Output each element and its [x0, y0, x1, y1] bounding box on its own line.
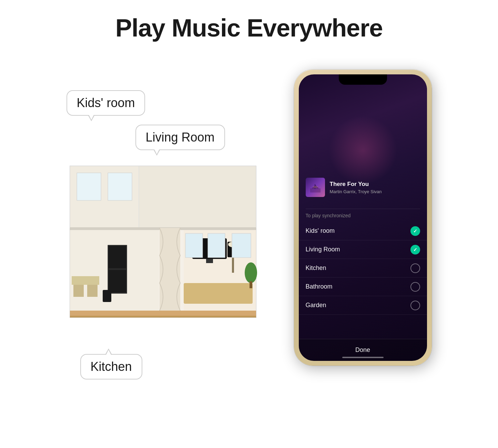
check-icon-kids: ✓	[413, 229, 417, 233]
room-item-living[interactable]: Living Room ✓	[299, 240, 427, 259]
room-name-kitchen: Kitchen	[306, 264, 326, 272]
room-name-bathroom: Bathroom	[306, 283, 333, 290]
sync-label: To play synchronized	[306, 213, 351, 218]
svg-rect-27	[232, 233, 251, 258]
check-icon-living: ✓	[413, 247, 417, 252]
phone-screen: There For You Martin Garrix, Troye Sivan…	[299, 74, 427, 361]
svg-rect-22	[250, 281, 252, 288]
done-button[interactable]: Done	[355, 346, 370, 354]
svg-point-32	[313, 186, 318, 188]
room-item-kids[interactable]: Kids' room ✓	[299, 222, 427, 240]
left-section: Kids' room Living Room	[60, 63, 273, 400]
house-illustration	[60, 138, 266, 331]
room-check-living[interactable]: ✓	[410, 245, 420, 254]
svg-rect-9	[109, 246, 126, 268]
room-check-kitchen[interactable]	[410, 263, 420, 273]
room-item-kitchen[interactable]: Kitchen	[299, 259, 427, 278]
svg-rect-13	[72, 276, 99, 285]
page-title: Play Music Everywhere	[0, 0, 498, 42]
kids-room-label: Kids' room	[77, 96, 135, 110]
svg-point-21	[245, 262, 257, 283]
phone-frame: There For You Martin Garrix, Troye Sivan…	[294, 70, 432, 366]
room-check-garden[interactable]	[410, 301, 420, 310]
room-item-bathroom[interactable]: Bathroom	[299, 278, 427, 296]
svg-rect-17	[206, 259, 213, 263]
room-check-bathroom[interactable]	[410, 282, 420, 292]
svg-rect-3	[108, 173, 132, 200]
song-artist: Martin Garrix, Troye Sivan	[330, 189, 420, 194]
svg-rect-12	[87, 283, 98, 297]
svg-rect-25	[185, 233, 203, 258]
album-art	[306, 178, 325, 197]
room-check-kids[interactable]: ✓	[410, 226, 420, 236]
now-playing-section: There For You Martin Garrix, Troye Sivan	[306, 178, 420, 197]
room-name-kids: Kids' room	[306, 227, 335, 235]
song-info: There For You Martin Garrix, Troye Sivan	[330, 180, 420, 194]
svg-rect-14	[103, 290, 111, 302]
kitchen-bubble: Kitchen	[80, 354, 142, 379]
svg-rect-29	[70, 316, 256, 317]
phone-notch	[339, 74, 387, 85]
divider-1	[306, 209, 420, 209]
svg-rect-2	[77, 173, 101, 200]
phone-section: There For You Martin Garrix, Troye Sivan…	[294, 70, 439, 379]
room-name-living: Living Room	[306, 246, 340, 253]
svg-rect-20	[184, 283, 253, 304]
room-name-garden: Garden	[306, 302, 326, 309]
svg-rect-10	[109, 270, 126, 292]
content-area: Kids' room Living Room	[0, 63, 498, 400]
kids-room-bubble: Kids' room	[67, 90, 145, 116]
room-list: Kids' room ✓ Living Room ✓ K	[299, 222, 427, 315]
svg-rect-4	[139, 166, 256, 228]
kitchen-label: Kitchen	[91, 360, 132, 374]
bg-glow	[328, 116, 397, 185]
svg-rect-11	[73, 283, 84, 297]
room-item-garden[interactable]: Garden	[299, 296, 427, 315]
song-title: There For You	[330, 180, 420, 188]
home-indicator	[342, 357, 384, 358]
svg-rect-26	[208, 233, 225, 258]
